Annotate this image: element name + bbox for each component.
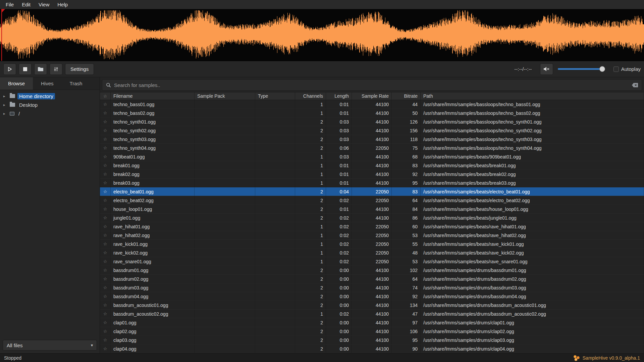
menu-file[interactable]: File <box>2 1 17 8</box>
table-row[interactable]: ☆bassdrum_acoustic02.ogg10:024410047/usr… <box>100 310 644 318</box>
table-row[interactable]: ☆break02.ogg10:014410092/usr/share/lmms/… <box>100 170 644 179</box>
clear-search-icon[interactable] <box>632 83 638 87</box>
play-button[interactable] <box>3 63 16 75</box>
favorite-star-icon[interactable]: ☆ <box>100 170 111 178</box>
mute-button[interactable] <box>540 63 553 75</box>
table-row[interactable]: ☆rave_hihat01.ogg10:022205060/usr/share/… <box>100 222 644 231</box>
table-row[interactable]: ☆electro_beat01.ogg20:042205083/usr/shar… <box>100 187 644 196</box>
table-row[interactable]: ☆techno_synth03.ogg20:0344100118/usr/sha… <box>100 135 644 144</box>
favorite-star-icon[interactable]: ☆ <box>100 214 111 222</box>
favorite-star-icon[interactable]: ☆ <box>100 196 111 205</box>
column-header-length[interactable]: Length <box>326 92 352 100</box>
autoplay-checkbox[interactable] <box>613 66 619 72</box>
table-row[interactable]: ☆techno_bass02.ogg10:014410050/usr/share… <box>100 109 644 118</box>
column-header-sample-pack[interactable]: Sample Pack <box>195 92 255 100</box>
expander-icon[interactable]: ▸ <box>3 94 7 98</box>
column-header-type[interactable]: Type <box>255 92 295 100</box>
folder-icon <box>10 94 15 98</box>
favorite-star-icon[interactable]: ☆ <box>100 318 111 327</box>
search-input[interactable] <box>114 82 629 88</box>
favorite-star-icon[interactable]: ☆ <box>100 135 111 143</box>
tab-browse[interactable]: Browse <box>0 77 33 90</box>
table-row[interactable]: ☆clap04.ogg20:004410090/usr/share/lmms/s… <box>100 345 644 353</box>
table-row[interactable]: ☆jungle01.ogg20:024410086/usr/share/lmms… <box>100 214 644 222</box>
menu-view[interactable]: View <box>35 1 53 8</box>
table-row[interactable]: ☆house_loop01.ogg20:014410084/usr/share/… <box>100 205 644 214</box>
menu-edit[interactable]: Edit <box>18 1 34 8</box>
column-header-filename[interactable]: Filename <box>111 92 195 100</box>
settings-button[interactable]: Settings <box>65 63 94 75</box>
favorite-star-icon[interactable]: ☆ <box>100 283 111 292</box>
table-row[interactable]: ☆rave_kick02.ogg10:022205048/usr/share/l… <box>100 248 644 257</box>
column-header-bitrate[interactable]: Bitrate <box>392 92 421 100</box>
table-row[interactable]: ☆clap01.ogg20:004410097/usr/share/lmms/s… <box>100 318 644 327</box>
table-row[interactable]: ☆techno_synth02.ogg20:0344100156/usr/sha… <box>100 126 644 135</box>
favorite-star-icon[interactable]: ☆ <box>100 266 111 274</box>
favorite-star-icon[interactable]: ☆ <box>100 336 111 344</box>
favorite-star-icon[interactable]: ☆ <box>100 100 111 108</box>
menu-help[interactable]: Help <box>54 1 71 8</box>
tab-hives[interactable]: Hives <box>33 77 62 90</box>
favorite-star-icon[interactable]: ☆ <box>100 187 111 196</box>
tree-item-home-directory[interactable]: ▸Home directory <box>0 92 100 100</box>
favorites-column-header[interactable]: ☆ <box>100 92 111 100</box>
favorite-star-icon[interactable]: ☆ <box>100 126 111 135</box>
volume-handle[interactable] <box>599 66 605 72</box>
waveform[interactable] <box>0 9 644 61</box>
waveform-panel[interactable] <box>0 9 644 61</box>
favorite-star-icon[interactable]: ☆ <box>100 222 111 231</box>
column-header-channels[interactable]: Channels <box>295 92 326 100</box>
table-row[interactable]: ☆bassdrum03.ogg20:004410074/usr/share/lm… <box>100 283 644 292</box>
expander-icon[interactable]: ▸ <box>3 111 7 116</box>
table-row[interactable]: ☆break03.ogg10:014410095/usr/share/lmms/… <box>100 179 644 187</box>
table-row[interactable]: ☆rave_snare01.ogg10:022205053/usr/share/… <box>100 257 644 266</box>
stop-button[interactable] <box>19 63 32 75</box>
favorite-star-icon[interactable]: ☆ <box>100 205 111 213</box>
favorite-star-icon[interactable]: ☆ <box>100 310 111 318</box>
tree-item-root[interactable]: ▸/ <box>0 109 100 118</box>
tab-trash[interactable]: Trash <box>62 77 91 90</box>
file-filter-dropdown[interactable]: All files ▾ <box>3 340 97 351</box>
favorite-star-icon[interactable]: ☆ <box>100 161 111 170</box>
favorite-star-icon[interactable]: ☆ <box>100 118 111 126</box>
table-row[interactable]: ☆rave_kick01.ogg10:022205055/usr/share/l… <box>100 240 644 248</box>
table-row[interactable]: ☆bassdrum01.ogg20:0044100102/usr/share/l… <box>100 266 644 275</box>
tree-item-desktop[interactable]: ▸Desktop <box>0 100 100 109</box>
favorite-star-icon[interactable]: ☆ <box>100 231 111 239</box>
favorite-star-icon[interactable]: ☆ <box>100 152 111 161</box>
table-row[interactable]: ☆bassdrum04.ogg20:004410092/usr/share/lm… <box>100 292 644 301</box>
expander-icon[interactable]: ▸ <box>3 103 7 107</box>
table-row[interactable]: ☆bassdrum02.ogg20:004410064/usr/share/lm… <box>100 275 644 283</box>
favorite-star-icon[interactable]: ☆ <box>100 109 111 117</box>
volume-slider[interactable] <box>558 66 605 73</box>
table-row[interactable]: ☆clap02.ogg20:0044100106/usr/share/lmms/… <box>100 327 644 336</box>
length-cell: 0:00 <box>326 301 352 309</box>
table-row[interactable]: ☆techno_synth04.ogg20:062205075/usr/shar… <box>100 144 644 152</box>
sample-pack-cell <box>195 214 255 222</box>
favorite-star-icon[interactable]: ☆ <box>100 292 111 301</box>
favorite-star-icon[interactable]: ☆ <box>100 240 111 248</box>
sample-rate-cell: 22050 <box>352 231 392 239</box>
open-directory-button[interactable] <box>34 63 47 75</box>
table-row[interactable]: ☆techno_bass01.ogg10:014410044/usr/share… <box>100 100 644 109</box>
table-row[interactable]: ☆techno_synth01.ogg20:0344100126/usr/sha… <box>100 118 644 126</box>
table-row[interactable]: ☆electro_beat02.ogg20:022205064/usr/shar… <box>100 196 644 205</box>
favorite-star-icon[interactable]: ☆ <box>100 248 111 257</box>
table-row[interactable]: ☆break01.ogg10:014410083/usr/share/lmms/… <box>100 161 644 170</box>
favorite-star-icon[interactable]: ☆ <box>100 144 111 152</box>
column-header-path[interactable]: Path <box>421 92 644 100</box>
table-row[interactable]: ☆909beat01.ogg10:034410068/usr/share/lmm… <box>100 152 644 161</box>
table-row[interactable]: ☆bassdrum_acoustic01.ogg20:0044100134/us… <box>100 301 644 310</box>
table-row[interactable]: ☆rave_hihat02.ogg10:022205053/usr/share/… <box>100 231 644 240</box>
favorite-star-icon[interactable]: ☆ <box>100 345 111 353</box>
favorite-star-icon[interactable]: ☆ <box>100 257 111 266</box>
view-toggle-button[interactable] <box>50 63 62 75</box>
favorite-star-icon[interactable]: ☆ <box>100 179 111 187</box>
favorite-star-icon[interactable]: ☆ <box>100 301 111 309</box>
favorite-star-icon[interactable]: ☆ <box>100 327 111 335</box>
table-row[interactable]: ☆clap03.ogg20:004410095/usr/share/lmms/s… <box>100 336 644 345</box>
favorite-star-icon[interactable]: ☆ <box>100 275 111 283</box>
sample-pack-cell <box>195 161 255 170</box>
column-header-sample-rate[interactable]: Sample Rate <box>352 92 392 100</box>
filename-cell: bassdrum04.ogg <box>111 292 195 301</box>
